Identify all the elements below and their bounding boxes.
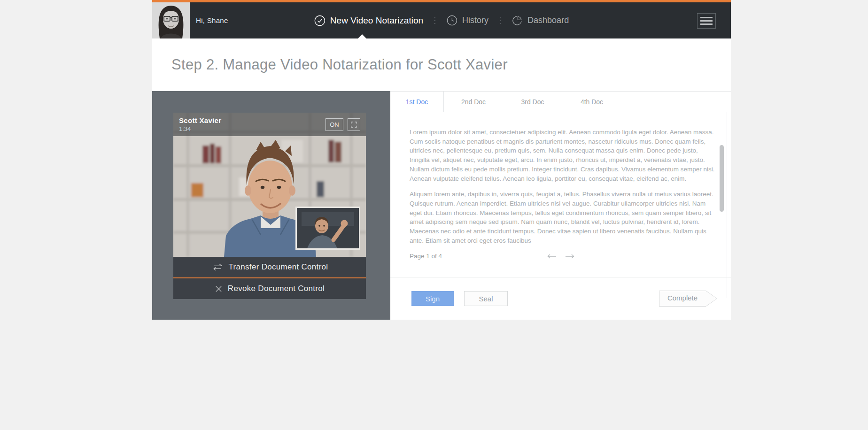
on-toggle[interactable]: ON — [326, 118, 343, 131]
seal-button[interactable]: Seal — [464, 291, 508, 306]
revoke-control-button[interactable]: Revoke Document Control — [173, 278, 366, 299]
sign-button[interactable]: Sign — [411, 291, 454, 306]
pagination: Page 1 of 4 — [410, 253, 575, 260]
doc-tabs: 1st Doc 2nd Doc 3rd Doc 4th Doc — [390, 92, 731, 112]
complete-button[interactable]: Complete — [659, 291, 717, 307]
pie-chart-icon — [512, 15, 523, 26]
scrollbar-thumb[interactable] — [720, 145, 724, 212]
video-stream: Scott Xavier 1:34 ON — [173, 113, 366, 257]
video-header-overlay: Scott Xavier 1:34 ON — [173, 113, 366, 136]
document-text: Lorem ipsum dolor sit amet, consectetuer… — [410, 128, 717, 245]
main-content: Scott Xavier 1:34 ON — [152, 91, 731, 320]
doc-paragraph: Lorem ipsum dolor sit amet, consectetuer… — [410, 128, 717, 183]
nav-item-new-video-notarization[interactable]: New Video Notarization — [314, 15, 423, 26]
tab-4th-doc[interactable]: 4th Doc — [562, 92, 621, 112]
next-page-arrow[interactable] — [565, 253, 575, 259]
active-nav-notch — [358, 34, 366, 38]
document-panel: 1st Doc 2nd Doc 3rd Doc 4th Doc Lorem ip… — [390, 91, 731, 320]
revoke-label: Revoke Document Control — [228, 284, 325, 293]
panel-edge-line — [727, 112, 727, 298]
nav-label: History — [462, 15, 488, 25]
fullscreen-corners-icon — [350, 121, 358, 129]
complete-label: Complete — [659, 291, 706, 306]
tab-2nd-doc[interactable]: 2nd Doc — [444, 92, 503, 112]
participant-name: Scott Xavier — [179, 116, 221, 124]
swap-arrows-icon — [211, 262, 224, 272]
nav-separator — [500, 16, 501, 25]
main-nav: New Video Notarization History Dashboard — [314, 2, 569, 38]
video-sidebar: Scott Xavier 1:34 ON — [152, 91, 390, 320]
nav-label: New Video Notarization — [330, 15, 423, 26]
app-window: Hi, Shane New Video Notarization History — [152, 0, 731, 320]
actions-row: Sign Seal Complete — [390, 277, 731, 320]
prev-page-arrow[interactable] — [547, 253, 557, 259]
check-circle-icon — [314, 15, 326, 26]
nav-label: Dashboard — [527, 15, 569, 25]
transfer-control-button[interactable]: Transfer Document Control — [173, 257, 366, 277]
tab-1st-doc[interactable]: 1st Doc — [390, 92, 444, 112]
user-greeting: Hi, Shane — [196, 16, 228, 24]
self-view-pip[interactable] — [295, 207, 360, 250]
clock-icon — [447, 15, 457, 26]
nav-item-dashboard[interactable]: Dashboard — [512, 15, 569, 26]
title-section: Step 2. Manage Video Notarization for Sc… — [152, 38, 731, 91]
self-view-video — [297, 208, 359, 248]
nav-item-history[interactable]: History — [447, 15, 488, 26]
page-indicator: Page 1 of 4 — [410, 253, 442, 260]
page-title: Step 2. Manage Video Notarization for Sc… — [171, 56, 508, 73]
avatar-photo — [152, 2, 190, 38]
menu-button[interactable] — [697, 13, 716, 29]
hamburger-icon — [700, 17, 713, 18]
document-viewer: Lorem ipsum dolor sit amet, consectetuer… — [390, 112, 731, 277]
transfer-label: Transfer Document Control — [229, 262, 328, 272]
doc-paragraph: Aliquam lorem ante, dapibus in, viverra … — [410, 190, 717, 245]
avatar[interactable] — [152, 2, 190, 38]
fullscreen-button[interactable] — [348, 118, 360, 131]
nav-separator — [434, 16, 435, 25]
elapsed-time: 1:34 — [179, 125, 221, 132]
tab-filler — [621, 92, 731, 112]
x-icon — [215, 285, 223, 293]
video-card: Scott Xavier 1:34 ON — [173, 113, 366, 299]
tab-3rd-doc[interactable]: 3rd Doc — [503, 92, 562, 112]
top-navbar: Hi, Shane New Video Notarization History — [152, 0, 731, 38]
